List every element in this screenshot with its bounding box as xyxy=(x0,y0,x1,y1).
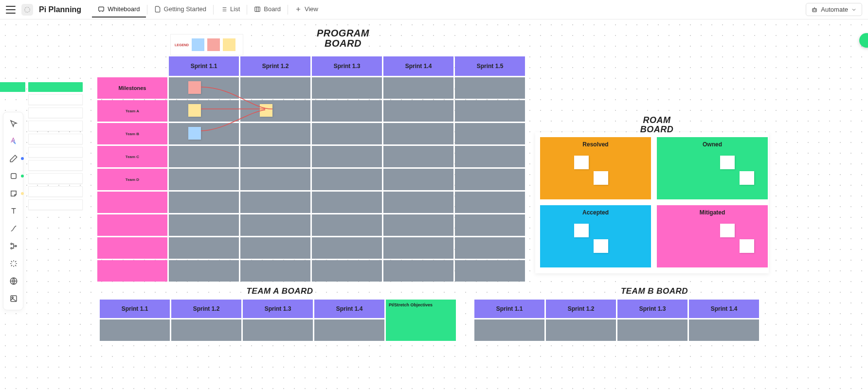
roam-board[interactable]: ResolvedOwnedAcceptedMitigated xyxy=(535,132,769,273)
grid-cell[interactable] xyxy=(169,100,239,122)
grid-cell[interactable] xyxy=(312,260,382,282)
grid-cell[interactable] xyxy=(383,260,453,282)
grid-cell[interactable] xyxy=(312,146,382,167)
row-label[interactable]: Milestones xyxy=(97,77,167,99)
grid-cell[interactable] xyxy=(689,319,759,341)
grid-cell[interactable] xyxy=(383,169,453,190)
tab-list[interactable]: List xyxy=(215,1,246,18)
roam-note[interactable] xyxy=(720,224,735,237)
grid-cell[interactable] xyxy=(314,319,384,341)
roam-note[interactable] xyxy=(594,239,608,253)
grid-cell[interactable] xyxy=(383,123,453,144)
grid-cell[interactable] xyxy=(312,77,382,99)
grid-cell[interactable] xyxy=(312,169,382,190)
sprint-header[interactable]: Sprint 1.1 xyxy=(474,300,544,318)
grid-cell[interactable] xyxy=(455,100,525,122)
agenda-item[interactable] xyxy=(28,186,83,197)
legend-box[interactable]: LEGEND xyxy=(170,34,243,55)
sprint-header[interactable]: Sprint 1.2 xyxy=(171,300,241,318)
row-label[interactable]: Team B xyxy=(97,123,167,144)
grid-cell[interactable] xyxy=(169,214,239,236)
floating-action-button[interactable] xyxy=(859,33,868,48)
sticky-note[interactable] xyxy=(188,81,201,94)
row-label[interactable]: Team A xyxy=(97,100,167,122)
sprint-header[interactable]: Sprint 1.1 xyxy=(100,300,170,318)
automate-button[interactable]: Automate xyxy=(806,3,862,16)
grid-cell[interactable] xyxy=(169,146,239,167)
grid-cell[interactable] xyxy=(169,169,239,190)
grid-cell[interactable] xyxy=(455,192,525,213)
grid-cell[interactable] xyxy=(169,192,239,213)
grid-cell[interactable] xyxy=(455,77,525,99)
grid-cell[interactable] xyxy=(169,77,239,99)
sticky-tool[interactable] xyxy=(5,185,22,202)
tab-getting-started[interactable]: Getting Started xyxy=(148,1,212,18)
grid-cell[interactable] xyxy=(240,237,310,259)
grid-cell[interactable] xyxy=(243,319,313,341)
grid-cell[interactable] xyxy=(312,237,382,259)
agenda-item[interactable] xyxy=(28,160,83,171)
sprint-header[interactable]: Sprint 1.4 xyxy=(383,56,453,76)
grid-cell[interactable] xyxy=(240,192,310,213)
grid-cell[interactable] xyxy=(169,260,239,282)
grid-cell[interactable] xyxy=(312,192,382,213)
grid-cell[interactable] xyxy=(617,319,687,341)
grid-cell[interactable] xyxy=(383,77,453,99)
row-label[interactable] xyxy=(97,192,167,213)
roam-note[interactable] xyxy=(594,171,608,185)
grid-cell[interactable] xyxy=(312,123,382,144)
grid-cell[interactable] xyxy=(171,319,241,341)
tab-whiteboard[interactable]: Whiteboard xyxy=(92,1,145,18)
grid-cell[interactable] xyxy=(455,169,525,190)
row-label[interactable] xyxy=(97,237,167,259)
sprint-header[interactable]: Sprint 1.5 xyxy=(455,56,525,76)
pen-tool[interactable] xyxy=(5,150,22,167)
row-label[interactable]: Team C xyxy=(97,146,167,167)
agenda-item[interactable] xyxy=(28,107,83,118)
web-tool[interactable] xyxy=(5,273,22,289)
roam-note[interactable] xyxy=(574,224,589,237)
whiteboard-canvas[interactable]: NDA PROGRAM BOARD LEGEND Sprint 1.1Sprin… xyxy=(0,19,868,390)
agenda-item[interactable] xyxy=(28,134,83,144)
grid-cell[interactable] xyxy=(240,146,310,167)
grid-cell[interactable] xyxy=(240,214,310,236)
row-label[interactable]: Team D xyxy=(97,169,167,190)
add-view-button[interactable]: View xyxy=(289,1,324,18)
roam-quadrant[interactable]: Mitigated xyxy=(657,205,768,267)
sprint-header[interactable]: Sprint 1.2 xyxy=(546,300,616,318)
menu-icon[interactable] xyxy=(6,6,16,14)
grid-cell[interactable] xyxy=(169,123,239,144)
agenda-item[interactable] xyxy=(28,199,83,210)
agenda-item[interactable] xyxy=(28,94,83,105)
cursor-tool[interactable] xyxy=(5,115,22,132)
magic-tool[interactable] xyxy=(5,255,22,272)
roam-note[interactable] xyxy=(574,156,589,169)
shape-tool[interactable] xyxy=(5,168,22,184)
grid-cell[interactable] xyxy=(312,100,382,122)
org-tool[interactable] xyxy=(5,238,22,254)
grid-cell[interactable] xyxy=(383,192,453,213)
sticky-note[interactable] xyxy=(260,104,272,117)
agenda-item[interactable] xyxy=(28,147,83,158)
sprint-header[interactable]: Sprint 1.1 xyxy=(169,56,239,76)
grid-cell[interactable] xyxy=(383,214,453,236)
agenda-item[interactable] xyxy=(28,121,83,131)
grid-cell[interactable] xyxy=(383,146,453,167)
grid-cell[interactable] xyxy=(240,169,310,190)
connector-tool[interactable] xyxy=(5,220,22,237)
row-label[interactable] xyxy=(97,214,167,236)
sprint-header[interactable]: Sprint 1.4 xyxy=(689,300,759,318)
grid-cell[interactable] xyxy=(383,100,453,122)
grid-cell[interactable] xyxy=(240,100,310,122)
grid-cell[interactable] xyxy=(546,319,616,341)
grid-cell[interactable] xyxy=(455,123,525,144)
tab-board[interactable]: Board xyxy=(248,1,287,18)
row-label[interactable] xyxy=(97,260,167,282)
sprint-header[interactable]: Sprint 1.3 xyxy=(243,300,313,318)
grid-cell[interactable] xyxy=(474,319,544,341)
roam-note[interactable] xyxy=(740,171,754,185)
grid-cell[interactable] xyxy=(455,146,525,167)
grid-cell[interactable] xyxy=(169,237,239,259)
objectives-cell[interactable]: PI/Stretch Objectives xyxy=(386,300,456,341)
grid-cell[interactable] xyxy=(312,214,382,236)
